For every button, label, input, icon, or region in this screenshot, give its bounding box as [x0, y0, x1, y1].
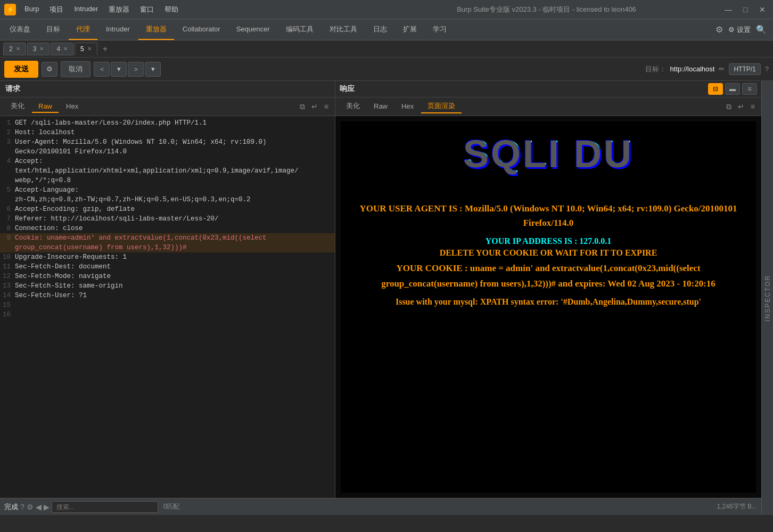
code-line-2: 2 Host: localhost — [0, 128, 335, 137]
code-line-8: 8 Connection: close — [0, 224, 335, 233]
wrap-icon[interactable]: ↵ — [309, 101, 320, 112]
error-label: Issue with your mysql: — [396, 297, 478, 306]
code-line-13: 13 Sec-Fetch-Site: same-origin — [0, 281, 335, 291]
target-url: http://localhost — [670, 65, 715, 73]
prev-button[interactable]: ＜ — [94, 62, 110, 77]
target-label: 目标： — [645, 64, 666, 74]
code-line-15: 15 — [0, 300, 335, 310]
cookie-label: YOUR COOKIE : — [396, 263, 467, 273]
nav-forward-icon[interactable]: ▶ — [44, 503, 50, 511]
tab-repeater[interactable]: 重放器 — [138, 19, 174, 40]
response-menu-icon[interactable]: ≡ — [749, 101, 757, 112]
delete-cookie-text: DELETE YOUR COOKIE OR WAIT FOR IT TO EXP… — [341, 248, 756, 258]
tab-learn[interactable]: 学习 — [425, 19, 454, 40]
code-line-1: 1 GET /sqli-labs-master/Less-20/index.ph… — [0, 118, 335, 128]
tab-encoder[interactable]: 编码工具 — [278, 19, 321, 40]
response-tab-raw[interactable]: Raw — [367, 101, 394, 113]
help-bottom-icon[interactable]: ? — [20, 503, 24, 511]
response-header: 响应 — [340, 84, 355, 96]
settings-gear-icon[interactable]: ⚙ — [42, 62, 57, 77]
maximize-button[interactable]: □ — [739, 3, 752, 16]
user-agent-line: YOUR USER AGENT IS : Mozilla/5.0 (Window… — [341, 197, 756, 234]
code-line-16: 16 — [0, 310, 335, 320]
tab-proxy[interactable]: 代理 — [69, 19, 97, 40]
request-subtabs: 美化 Raw Hex ⧉ ↵ ≡ — [0, 97, 335, 116]
send-button[interactable]: 发送 — [4, 61, 38, 78]
repeater-tab-4[interactable]: 4 ✕ — [51, 43, 73, 55]
request-panel: 请求 美化 Raw Hex ⧉ ↵ ≡ 1 GET /sqli-labs-mas… — [0, 81, 335, 498]
tab-target[interactable]: 目标 — [39, 19, 68, 40]
close-tab-4-icon[interactable]: ✕ — [63, 46, 68, 52]
menu-intruder[interactable]: Intruder — [70, 3, 102, 17]
request-tab-raw[interactable]: Raw — [32, 101, 59, 113]
sqli-page-title: SQLI DU — [341, 121, 756, 181]
prev-down-button[interactable]: ▾ — [111, 62, 127, 77]
cookie-line: YOUR COOKIE : uname = admin' and extract… — [341, 258, 756, 295]
view-stacked-icon[interactable]: ≡ — [742, 83, 757, 95]
cancel-button[interactable]: 取消 — [61, 61, 91, 77]
nav-back-icon[interactable]: ◀ — [36, 503, 42, 511]
menu-repeater[interactable]: 重放器 — [104, 3, 134, 17]
search-input[interactable] — [52, 501, 158, 513]
sqli-rendered-page: SQLI DU YOUR USER AGENT IS : Mozilla/5.0… — [341, 121, 756, 493]
menu-dots-icon[interactable]: ≡ — [322, 101, 331, 112]
http-version-badge[interactable]: HTTP/1 — [729, 63, 760, 75]
toolbar-right: 目标： http://localhost ✏ HTTP/1 ? — [645, 63, 769, 75]
edit-target-icon[interactable]: ✏ — [719, 65, 725, 73]
bottom-left: 完成 ? ⚙ ◀ ▶ 0匹配 — [4, 501, 179, 513]
tab-logger[interactable]: 日志 — [366, 19, 394, 40]
settings-bottom-icon[interactable]: ⚙ — [27, 503, 34, 511]
repeater-tab-2[interactable]: 2 ✕ — [3, 43, 26, 55]
response-wrap-icon[interactable]: ↵ — [736, 101, 746, 112]
next-button[interactable]: ＞ — [128, 62, 144, 77]
title-bar: ⚡ Burp 项目 Intruder 重放器 窗口 帮助 Burp Suite专… — [0, 0, 773, 19]
tab-extensions[interactable]: 扩展 — [396, 19, 424, 40]
window-controls: — □ ✕ — [722, 3, 769, 16]
close-tab-3-icon[interactable]: ✕ — [39, 46, 44, 52]
request-tab-pretty[interactable]: 美化 — [4, 100, 31, 113]
copy-icon[interactable]: ⧉ — [298, 101, 307, 112]
close-tab-5-icon[interactable]: ✕ — [87, 46, 92, 52]
code-line-3b: Gecko/20100101 Firefox/114.0 — [0, 147, 335, 157]
user-agent-label: YOUR USER AGENT IS : — [359, 203, 462, 214]
repeater-tab-3[interactable]: 3 ✕ — [27, 43, 50, 55]
menu-project[interactable]: 项目 — [45, 3, 68, 17]
extra-info: B... — [747, 503, 757, 510]
close-button[interactable]: ✕ — [756, 3, 769, 16]
view-split-icon[interactable]: ⊟ — [708, 83, 723, 95]
next-down-button[interactable]: ▾ — [145, 62, 161, 77]
view-single-icon[interactable]: ▬ — [725, 83, 740, 95]
code-line-5b: zh-CN,zh;q=0.8,zh-TW;q=0.7,zh-HK;q=0.5,e… — [0, 195, 335, 204]
menu-help[interactable]: 帮助 — [160, 3, 183, 17]
menu-window[interactable]: 窗口 — [136, 3, 158, 17]
char-count: 1,246字节 — [717, 503, 746, 510]
settings-label[interactable]: ⚙ 设置 — [728, 25, 751, 35]
repeater-tab-5[interactable]: 5 ✕ — [75, 43, 97, 55]
window-title: Burp Suite专业版 v2023.3 - 临时项目 - licensed … — [371, 5, 722, 14]
app-logo: ⚡ — [4, 4, 16, 15]
tab-collaborator[interactable]: Collaborator — [175, 19, 228, 40]
tab-dashboard[interactable]: 仪表盘 — [2, 19, 38, 40]
close-tab-2-icon[interactable]: ✕ — [16, 46, 20, 52]
response-tab-pretty[interactable]: 美化 — [340, 100, 366, 113]
response-tab-hex[interactable]: Hex — [395, 101, 420, 113]
request-code-area[interactable]: 1 GET /sqli-labs-master/Less-20/index.ph… — [0, 116, 335, 498]
response-tab-render[interactable]: 页面渲染 — [421, 100, 462, 113]
menu-burp[interactable]: Burp — [20, 3, 43, 17]
inspector-sidebar: INSPECTOR — [761, 81, 773, 515]
add-tab-button[interactable]: + — [98, 42, 112, 56]
request-header: 请求 — [0, 81, 335, 97]
request-tab-hex[interactable]: Hex — [60, 101, 85, 113]
code-line-10: 10 Upgrade-Insecure-Requests: 1 — [0, 252, 335, 262]
help-icon[interactable]: ? — [765, 65, 769, 73]
tab-comparer[interactable]: 对比工具 — [322, 19, 365, 40]
minimize-button[interactable]: — — [722, 3, 735, 16]
tab-sequencer[interactable]: Sequencer — [229, 19, 277, 40]
tab-intruder[interactable]: Intruder — [98, 19, 137, 40]
response-copy-icon[interactable]: ⧉ — [724, 101, 734, 112]
code-line-14: 14 Sec-Fetch-User: ?1 — [0, 291, 335, 300]
settings-button[interactable]: ⚙ — [716, 24, 723, 35]
ip-label: YOUR IP ADDRESS IS : — [486, 236, 577, 245]
search-icon[interactable]: 🔍 — [756, 24, 767, 35]
request-tab-icons: ⧉ ↵ ≡ — [298, 101, 331, 112]
